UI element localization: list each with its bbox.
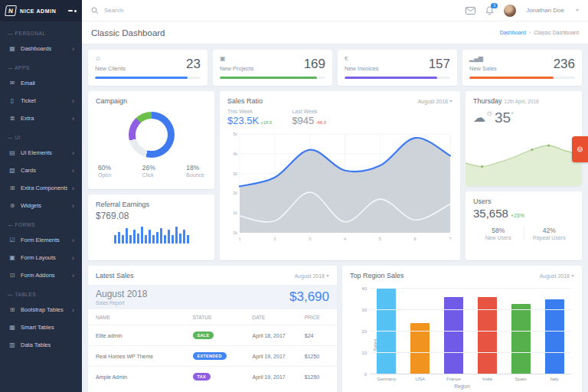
- referral-value: $769.08: [96, 211, 207, 221]
- bar-label: Italy: [537, 377, 571, 381]
- col-status: STATUS: [193, 309, 253, 325]
- user-menu[interactable]: Jonathan Doe: [526, 7, 564, 14]
- campaign-stat-bounce: 18%Bounce: [186, 164, 204, 178]
- mail-icon[interactable]: [466, 7, 475, 15]
- page-title: Classic Dashboard: [91, 28, 165, 38]
- top-region-period-dropdown[interactable]: August 2018: [540, 273, 574, 279]
- chevron-down-icon: [576, 9, 579, 11]
- svg-text:7: 7: [449, 237, 451, 241]
- stats-row: ☺New Clients23▣New Projects169€New Invoi…: [88, 50, 582, 86]
- campaign-title: Campaign: [96, 97, 207, 105]
- spark-bar: [156, 232, 158, 243]
- sidebar-toggle-icon[interactable]: [68, 10, 77, 12]
- sidebar-item-widgets[interactable]: ⊛Widgets›: [0, 197, 82, 214]
- cell-status: SALE: [193, 325, 253, 346]
- sidebar-item-extra-components[interactable]: ⊞Extra Components›: [0, 179, 82, 197]
- chevron-right-icon: ›: [72, 185, 74, 192]
- y-tick-label: 30: [358, 308, 367, 312]
- status-badge: TAX: [193, 373, 211, 381]
- form-addons-icon: ⊡: [8, 272, 16, 279]
- avatar[interactable]: [504, 5, 516, 17]
- sidebar-item-extra[interactable]: ≣Extra›: [0, 109, 82, 127]
- spark-bar: [149, 230, 151, 243]
- spark-bar: [126, 228, 128, 243]
- sales-report-banner: August 2018 Sales Report $3,690: [88, 285, 337, 309]
- chevron-right-icon: ›: [72, 306, 74, 314]
- region-bar: [377, 289, 396, 374]
- sidebar-item-ui-elements[interactable]: ▤UI Elements›: [0, 144, 82, 162]
- stat-card-new-invoices: €New Invoices157: [338, 50, 457, 86]
- users-card: Users 35,658+23% 58%New Users 42%Repeat …: [466, 191, 582, 260]
- stat-progress: [220, 77, 325, 79]
- sidebar-item-data-tables[interactable]: ▥Data Tables: [0, 336, 82, 354]
- cell-name: Ample Admin: [88, 367, 193, 387]
- search-input[interactable]: [103, 6, 274, 15]
- spark-bar: [183, 230, 185, 243]
- latest-sales-title: Latest Sales: [96, 272, 134, 279]
- latest-sales-period-dropdown[interactable]: August 2018: [295, 273, 329, 279]
- svg-text:6: 6: [414, 237, 416, 241]
- sidebar-item-form-addons[interactable]: ⊡Form Addons›: [0, 266, 82, 284]
- breadcrumb-home-link[interactable]: Dashboard: [500, 30, 526, 35]
- table-row: Real Homes WP ThemeEXTENDEDApril 19, 201…: [88, 346, 337, 367]
- stat-value: 157: [429, 57, 450, 72]
- cell-name: Real Homes WP Theme: [88, 346, 193, 367]
- sidebar-item-dashboards[interactable]: ▦Dashboards›: [0, 40, 82, 57]
- stat-card-new-clients: ☺New Clients23: [88, 50, 207, 86]
- weather-chart: [466, 140, 582, 186]
- bars: [370, 289, 571, 374]
- sidebar-item-cards[interactable]: ▧Cards›: [0, 162, 82, 179]
- spark-bar: [172, 235, 174, 243]
- sidebar-section-label: UI: [0, 127, 82, 144]
- grid-line: [370, 288, 571, 289]
- spark-bar: [133, 230, 136, 243]
- sidebar-item-ticket[interactable]: ▯Ticket›: [0, 92, 82, 109]
- sidebar-item-email[interactable]: ✉Email: [0, 74, 82, 92]
- chevron-down-icon: [326, 275, 329, 277]
- sidebar-item-smart-tables[interactable]: ▦Smart Tables: [0, 318, 82, 336]
- cell-status: TAX: [193, 367, 253, 387]
- stat-progress-fill: [95, 77, 188, 79]
- form-elements-icon: ☑: [8, 237, 16, 243]
- sales-ratio-period-dropdown[interactable]: August 2018: [418, 99, 452, 104]
- stat-progress-fill: [469, 77, 554, 79]
- grid-line: [370, 352, 571, 353]
- sidebar-section-label: FORMS: [0, 214, 82, 231]
- sidebar-item-form-elements[interactable]: ☑Form Elements›: [0, 231, 82, 249]
- search-box[interactable]: [91, 6, 466, 15]
- spark-bar: [175, 227, 178, 243]
- stat-progress-fill: [345, 77, 437, 79]
- latest-sales-table: NAME STATUS DATE PRICE Elite adminSALEAp…: [88, 309, 337, 387]
- grid-icon: ▦: [8, 45, 16, 52]
- campaign-donut-chart: [129, 112, 175, 158]
- cell-price: $24: [305, 325, 337, 346]
- cell-price: $1250: [305, 346, 337, 367]
- col-name: NAME: [88, 309, 193, 325]
- grid-line: [370, 331, 571, 332]
- settings-fab-button[interactable]: [572, 136, 588, 162]
- topbar: 3 Jonathan Doe: [82, 0, 588, 21]
- ticket-icon: ▯: [8, 97, 16, 104]
- svg-text:3: 3: [309, 237, 311, 241]
- svg-text:5: 5: [379, 237, 381, 241]
- bar-column-usa: [403, 289, 437, 374]
- sidebar-item-label: Form Elements: [21, 237, 60, 243]
- y-tick-label: 0: [358, 372, 367, 377]
- svg-text:5k: 5k: [233, 132, 237, 136]
- sidebar-item-label: Email: [21, 80, 35, 87]
- stat-card-new-projects: ▣New Projects169: [213, 50, 332, 86]
- spark-bar: [152, 235, 155, 243]
- notifications-bell-icon[interactable]: 3: [485, 6, 494, 15]
- top-region-bar-chart: Sales 010203040: [370, 289, 571, 374]
- svg-text:4k: 4k: [233, 152, 237, 156]
- sidebar-item-bootstrap-tables[interactable]: ⊞Bootstrap Tables›: [0, 301, 82, 318]
- bar-column-germany: [370, 289, 403, 374]
- cell-status: EXTENDED: [193, 346, 253, 367]
- table-row: Elite adminSALEApril 18, 2017$24: [88, 325, 337, 346]
- titlebar: Classic Dashboard Dashboard Classic Dash…: [82, 21, 588, 44]
- sidebar-item-form-layouts[interactable]: ▣Form Layouts›: [0, 249, 82, 266]
- sales-ratio-title: Sales Ratio: [227, 97, 263, 105]
- banner-total: $3,690: [289, 289, 329, 305]
- stat-progress: [469, 77, 575, 79]
- form-layouts-icon: ▣: [8, 254, 16, 261]
